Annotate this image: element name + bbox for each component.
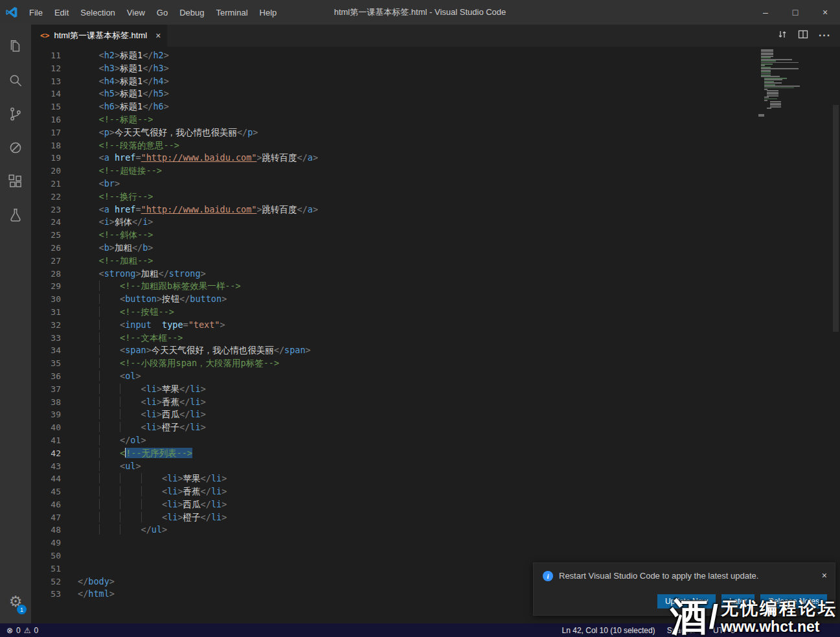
code-line[interactable]: 39 <li>西瓜</li>: [31, 408, 840, 421]
code-line[interactable]: 26 <b>加粗</b>: [31, 242, 840, 255]
tab-html-file[interactable]: <> html第一课基本标签.html ×: [31, 25, 167, 47]
settings-gear-icon[interactable]: ⚙ 1: [0, 587, 31, 616]
code-line[interactable]: 16 <!--标题-->: [31, 113, 840, 126]
line-text[interactable]: </body>: [78, 575, 115, 588]
line-text[interactable]: <ul>: [78, 460, 141, 473]
code-line[interactable]: 13 <h4>标题1</h4>: [31, 75, 840, 88]
extensions-icon[interactable]: [0, 165, 31, 198]
line-text[interactable]: <i>斜体</i>: [78, 216, 153, 229]
code-line[interactable]: 31 <!--按钮-->: [31, 306, 840, 319]
line-text[interactable]: <li>苹果</li>: [78, 472, 227, 485]
search-icon[interactable]: [0, 64, 31, 97]
code-line[interactable]: 33 <!--文本框-->: [31, 332, 840, 345]
line-text[interactable]: <a href="http://www.baidu.com">跳转百度</a>: [78, 203, 318, 216]
line-text[interactable]: <!--段落的意思-->: [78, 139, 179, 152]
code-line[interactable]: 36 <ol>: [31, 370, 840, 383]
vscode-logo-icon[interactable]: [0, 6, 23, 19]
problems-status[interactable]: ⊗ 0 ⚠ 0: [6, 626, 38, 635]
line-text[interactable]: <!--小段落用span，大段落用p标签-->: [78, 357, 279, 370]
menu-debug[interactable]: Debug: [174, 0, 210, 25]
sync-icon[interactable]: [777, 29, 788, 42]
code-line[interactable]: 38 <li>香蕉</li>: [31, 396, 840, 409]
status-item-1[interactable]: Spaces: 4: [667, 626, 701, 635]
menu-selection[interactable]: Selection: [74, 0, 120, 25]
line-text[interactable]: <h2>标题1</h2>: [78, 49, 169, 62]
line-text[interactable]: </ol>: [78, 434, 146, 447]
code-line[interactable]: 45 <li>香蕉</li>: [31, 485, 840, 498]
notification-button-0[interactable]: Update Now: [657, 594, 716, 608]
scrollbar-thumb[interactable]: [833, 105, 839, 332]
line-text[interactable]: <li>橙子</li>: [78, 511, 227, 524]
minimap[interactable]: [758, 49, 831, 117]
line-text[interactable]: <a href="http://www.baidu.com">跳转百度</a>: [78, 152, 318, 165]
line-text[interactable]: <h6>标题1</h6>: [78, 100, 169, 113]
status-item-2[interactable]: UTF-8: [713, 626, 735, 635]
code-line[interactable]: 11 <h2>标题1</h2>: [31, 49, 840, 62]
notification-close-icon[interactable]: ×: [822, 571, 827, 580]
debug-icon[interactable]: [0, 131, 31, 165]
code-line[interactable]: 37 <li>苹果</li>: [31, 383, 840, 396]
line-text[interactable]: <!--超链接-->: [78, 165, 162, 178]
line-text[interactable]: <span>今天天气很好，我心情也很美丽</span>: [78, 344, 311, 357]
test-beaker-icon[interactable]: [0, 198, 31, 232]
code-line[interactable]: 14 <h5>标题1</h5>: [31, 87, 840, 100]
line-text[interactable]: <!--换行-->: [78, 191, 153, 203]
line-text[interactable]: <ol>: [78, 370, 141, 383]
code-line[interactable]: 19 <a href="http://www.baidu.com">跳转百度</…: [31, 152, 840, 165]
line-text[interactable]: <li>西瓜</li>: [78, 498, 227, 511]
code-line[interactable]: 43 <ul>: [31, 460, 840, 473]
code-line[interactable]: 22 <!--换行-->: [31, 191, 840, 203]
line-text[interactable]: <button>按钮</button>: [78, 293, 227, 306]
code-line[interactable]: 20 <!--超链接-->: [31, 165, 840, 178]
close-button[interactable]: ×: [810, 0, 840, 25]
code-line[interactable]: 24 <i>斜体</i>: [31, 216, 840, 229]
code-line[interactable]: 27 <!--加粗-->: [31, 255, 840, 268]
editor[interactable]: 11 <h2>标题1</h2>12 <h3>标题1</h3>13 <h4>标题1…: [31, 47, 840, 623]
menu-file[interactable]: File: [23, 0, 49, 25]
code-line[interactable]: 42 <!--无序列表-->: [31, 447, 840, 460]
line-text[interactable]: <b>加粗</b>: [78, 242, 153, 255]
explorer-icon[interactable]: [0, 30, 31, 64]
code-line[interactable]: 49: [31, 537, 840, 550]
menu-edit[interactable]: Edit: [49, 0, 74, 25]
code-line[interactable]: 46 <li>西瓜</li>: [31, 498, 840, 511]
code-line[interactable]: 41 </ol>: [31, 434, 840, 447]
tab-close-icon[interactable]: ×: [155, 30, 161, 41]
line-text[interactable]: <h3>标题1</h3>: [78, 62, 169, 75]
line-text[interactable]: <strong>加粗</strong>: [78, 268, 206, 281]
code-line[interactable]: 48 </ul>: [31, 524, 840, 537]
line-text[interactable]: <!--标题-->: [78, 113, 153, 126]
minimize-button[interactable]: –: [751, 0, 780, 25]
line-text[interactable]: <!--斜体-->: [78, 229, 153, 242]
code-line[interactable]: 21 <br>: [31, 178, 840, 191]
line-text[interactable]: <li>西瓜</li>: [78, 408, 206, 421]
line-text[interactable]: <input type="text">: [78, 319, 225, 332]
notification-button-1[interactable]: Later: [721, 594, 755, 608]
line-text[interactable]: </html>: [78, 588, 115, 601]
line-text[interactable]: <br>: [78, 178, 120, 191]
code-line[interactable]: 17 <p>今天天气很好，我心情也很美丽</p>: [31, 126, 840, 139]
line-text[interactable]: <h5>标题1</h5>: [78, 87, 169, 100]
line-text[interactable]: <li>苹果</li>: [78, 383, 206, 396]
code-line[interactable]: 29 <!--加粗跟b标签效果一样-->: [31, 280, 840, 293]
code-line[interactable]: 34 <span>今天天气很好，我心情也很美丽</span>: [31, 344, 840, 357]
code-line[interactable]: 40 <li>橙子</li>: [31, 421, 840, 434]
code-line[interactable]: 47 <li>橙子</li>: [31, 511, 840, 524]
code-line[interactable]: 28 <strong>加粗</strong>: [31, 268, 840, 281]
more-actions-icon[interactable]: ···: [819, 30, 831, 41]
menu-go[interactable]: Go: [151, 0, 174, 25]
status-item-0[interactable]: Ln 42, Col 10 (10 selected): [562, 626, 655, 635]
line-text[interactable]: <li>香蕉</li>: [78, 396, 206, 409]
line-text[interactable]: </ul>: [78, 524, 167, 537]
menu-view[interactable]: View: [121, 0, 151, 25]
line-text[interactable]: <!--无序列表-->: [78, 447, 192, 460]
code-line[interactable]: 15 <h6>标题1</h6>: [31, 100, 840, 113]
code-line[interactable]: 12 <h3>标题1</h3>: [31, 62, 840, 75]
line-text[interactable]: <li>香蕉</li>: [78, 485, 227, 498]
line-text[interactable]: <!--加粗跟b标签效果一样-->: [78, 280, 241, 293]
code-line[interactable]: 30 <button>按钮</button>: [31, 293, 840, 306]
code-line[interactable]: 50: [31, 550, 840, 562]
line-text[interactable]: <!--加粗-->: [78, 255, 153, 268]
code-line[interactable]: 35 <!--小段落用span，大段落用p标签-->: [31, 357, 840, 370]
code-line[interactable]: 44 <li>苹果</li>: [31, 472, 840, 485]
